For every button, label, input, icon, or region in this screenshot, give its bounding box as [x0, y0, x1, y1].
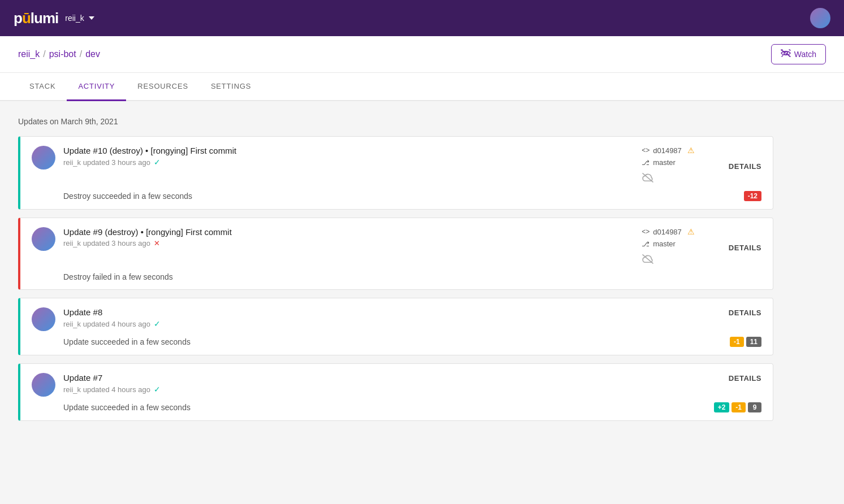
card-info-7: Update #7 reii_k updated 4 hours ago ✓	[63, 373, 161, 394]
card-left-8: Update #8 reii_k updated 4 hours ago ✓	[32, 307, 161, 331]
card-title-7: Update #7	[63, 373, 161, 383]
code-icon-9: <>	[642, 228, 650, 236]
card-left-9: Update #9 (destroy) • [rongying] First c…	[32, 227, 232, 251]
details-link-8[interactable]: DETAILS	[729, 307, 761, 317]
cloud-row-9	[642, 251, 695, 267]
badges-10: -12	[744, 191, 761, 201]
card-bottom-9: Destroy failed in a few seconds	[20, 267, 773, 289]
details-link-10[interactable]: DETAILS	[729, 161, 761, 171]
card-status-8: Update succeeded in a few seconds	[63, 337, 191, 346]
card-left-7: Update #7 reii_k updated 4 hours ago ✓	[32, 373, 161, 397]
card-bottom-8: Update succeeded in a few seconds -1 11	[20, 331, 773, 355]
details-link-7[interactable]: DETAILS	[729, 373, 761, 383]
update-card-8: Update #8 reii_k updated 4 hours ago ✓ D…	[18, 298, 773, 355]
avatar-9	[32, 227, 55, 251]
card-title-10: Update #10 (destroy) • [rongying] First …	[63, 146, 236, 155]
card-meta-text-8: reii_k updated 4 hours ago	[63, 320, 150, 328]
tab-stack[interactable]: STACK	[18, 73, 67, 101]
branch-icon-9: ⎇	[642, 240, 650, 248]
branch-row-9: ⎇ master	[642, 240, 695, 248]
code-icon-10: <>	[642, 146, 650, 154]
warn-icon-9: ⚠	[687, 227, 695, 236]
card-meta-text-9: reii_k updated 3 hours ago	[63, 239, 150, 247]
watch-button-label: Watch	[794, 50, 816, 59]
card-meta-text-7: reii_k updated 4 hours ago	[63, 385, 150, 394]
warn-icon-10: ⚠	[687, 146, 695, 155]
card-meta-info-9: <> d014987 ⚠ ⎇ master	[642, 227, 695, 267]
card-top-7: Update #7 reii_k updated 4 hours ago ✓ D…	[20, 364, 773, 397]
header: pūlumi reii_k	[0, 0, 844, 36]
badge-plus2-7: +2	[714, 402, 730, 412]
breadcrumb-bar: reii_k / psi-bot / dev Watch	[0, 36, 844, 73]
branch-icon-10: ⎇	[642, 159, 650, 167]
branch-name-10: master	[653, 158, 676, 167]
header-left: pūlumi reii_k	[14, 10, 94, 27]
update-card-10: Update #10 (destroy) • [rongying] First …	[18, 136, 773, 210]
card-meta-7: reii_k updated 4 hours ago ✓	[63, 385, 161, 394]
card-right-wrapper-9: <> d014987 ⚠ ⎇ master	[642, 227, 761, 267]
section-title: Updates on March 9th, 2021	[18, 117, 773, 126]
card-info-9: Update #9 (destroy) • [rongying] First c…	[63, 227, 232, 247]
username-label: reii_k	[65, 14, 84, 23]
card-left-10: Update #10 (destroy) • [rongying] First …	[32, 146, 236, 170]
badges-7: +2 -1 9	[714, 402, 761, 412]
card-title-8: Update #8	[63, 307, 161, 317]
watch-button[interactable]: Watch	[771, 44, 826, 64]
badge-11-8: 11	[746, 337, 761, 347]
avatar-7	[32, 373, 55, 397]
user-dropdown[interactable]: reii_k	[65, 14, 94, 23]
card-meta-10: reii_k updated 3 hours ago ✓	[63, 158, 236, 167]
card-top-9: Update #9 (destroy) • [rongying] First c…	[20, 218, 773, 267]
cloud-row-10	[642, 170, 695, 185]
x-icon-9: ✕	[154, 239, 160, 247]
card-right-wrapper-7: DETAILS	[627, 373, 761, 383]
avatar-10	[32, 146, 55, 170]
card-bottom-7: Update succeeded in a few seconds +2 -1 …	[20, 397, 773, 420]
card-meta-9: reii_k updated 3 hours ago ✕	[63, 239, 232, 247]
breadcrumb-part-2[interactable]: psi-bot	[49, 49, 76, 59]
card-right-wrapper-10: <> d014987 ⚠ ⎇ master	[642, 146, 761, 185]
commit-hash-9: d014987	[653, 228, 682, 236]
card-title-9: Update #9 (destroy) • [rongying] First c…	[63, 227, 232, 237]
check-icon-8: ✓	[154, 319, 161, 328]
card-status-9: Destroy failed in a few seconds	[63, 272, 173, 281]
tabs-bar: STACK ACTIVITY RESOURCES SETTINGS	[0, 73, 844, 101]
avatar-8	[32, 307, 55, 331]
badge-minus1-7: -1	[732, 402, 746, 412]
breadcrumb-part-3[interactable]: dev	[85, 49, 100, 59]
breadcrumb-sep-2: /	[80, 49, 82, 59]
badge-minus1-8: -1	[730, 337, 744, 347]
tab-resources[interactable]: RESOURCES	[126, 73, 200, 101]
watch-icon	[781, 49, 791, 59]
commit-hash-10: d014987	[653, 146, 682, 155]
card-info-10: Update #10 (destroy) • [rongying] First …	[63, 146, 236, 167]
tab-activity[interactable]: ACTIVITY	[67, 73, 126, 101]
card-meta-info-10: <> d014987 ⚠ ⎇ master	[642, 146, 695, 185]
avatar[interactable]	[810, 8, 830, 28]
chevron-down-icon	[89, 16, 94, 20]
commit-row-9: <> d014987 ⚠	[642, 227, 695, 236]
breadcrumb-part-1[interactable]: reii_k	[18, 49, 40, 59]
badge-minus12: -12	[744, 191, 761, 201]
card-bottom-10: Destroy succeeded in a few seconds -12	[20, 185, 773, 209]
badge-9-7: 9	[748, 402, 761, 412]
commit-row-10: <> d014987 ⚠	[642, 146, 695, 155]
main-content: Updates on March 9th, 2021 Update #10 (d…	[0, 101, 791, 445]
logo-text: pūlumi	[14, 10, 58, 27]
cloud-off-icon-10	[642, 172, 654, 185]
breadcrumb-sep-1: /	[43, 49, 45, 59]
branch-row-10: ⎇ master	[642, 158, 695, 167]
update-card-7: Update #7 reii_k updated 4 hours ago ✓ D…	[18, 363, 773, 421]
update-card-9: Update #9 (destroy) • [rongying] First c…	[18, 218, 773, 290]
tab-settings[interactable]: SETTINGS	[200, 73, 262, 101]
details-link-9[interactable]: DETAILS	[729, 242, 761, 252]
card-status-7: Update succeeded in a few seconds	[63, 403, 191, 412]
card-meta-8: reii_k updated 4 hours ago ✓	[63, 319, 161, 328]
check-icon-7: ✓	[154, 385, 161, 394]
card-info-8: Update #8 reii_k updated 4 hours ago ✓	[63, 307, 161, 328]
card-top-10: Update #10 (destroy) • [rongying] First …	[20, 137, 773, 185]
card-status-10: Destroy succeeded in a few seconds	[63, 192, 192, 201]
logo-dot: ū	[22, 10, 31, 27]
badges-8: -1 11	[730, 337, 761, 347]
breadcrumb: reii_k / psi-bot / dev	[18, 49, 100, 59]
